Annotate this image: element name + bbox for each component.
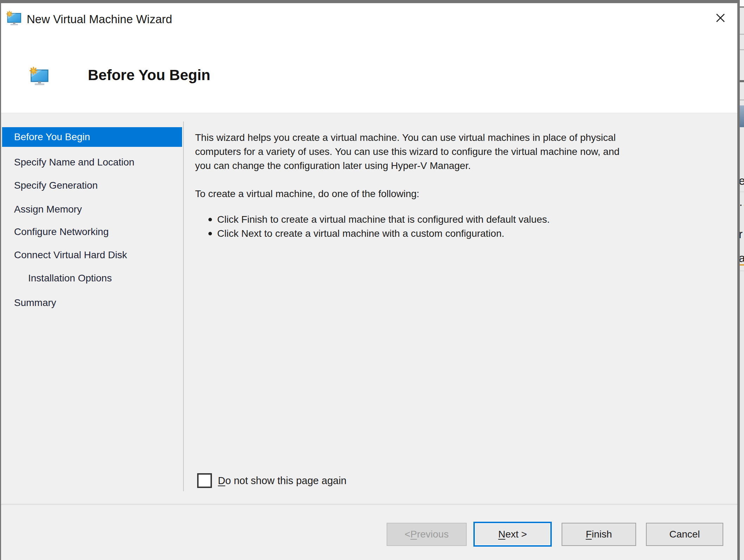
sidebar-step-specify-generation[interactable]: Specify Generation (14, 179, 98, 192)
bullet-text: Click Next to create a virtual machine w… (217, 227, 504, 241)
close-button[interactable] (710, 8, 731, 27)
dialog-border-top (0, 0, 740, 3)
button-text: ext > (505, 529, 527, 540)
background-fragment (740, 99, 744, 100)
vm-monitor-icon (30, 65, 49, 87)
background-fragment (740, 6, 744, 8)
sidebar-step-configure-networking[interactable]: Configure Networking (14, 226, 109, 238)
do-not-show-again-checkbox[interactable] (197, 473, 212, 488)
button-accesskey: F (586, 529, 592, 540)
dialog-border-right (737, 3, 740, 560)
previous-button[interactable]: < Previous (387, 523, 467, 546)
intro-paragraph: This wizard helps you create a virtual m… (195, 131, 715, 173)
background-text-fragment: a (740, 252, 744, 265)
bullet-item: Click Finish to create a virtual machine… (208, 213, 700, 227)
background-fragment (740, 49, 744, 50)
button-text: inish (592, 529, 612, 540)
background-text-fragment: e (740, 174, 744, 188)
instruction-text: To create a virtual machine, do one of t… (195, 187, 715, 201)
sidebar-divider (183, 122, 184, 491)
button-text: Cancel (669, 529, 700, 540)
background-text-fragment: … (740, 195, 744, 209)
sidebar-step-assign-memory[interactable]: Assign Memory (14, 203, 82, 216)
do-not-show-again-label[interactable]: Do not show this page again (218, 475, 347, 487)
sidebar-step-summary[interactable]: Summary (14, 297, 56, 309)
intro-line: you can change the configuration later u… (195, 159, 715, 173)
background-fragment (740, 191, 744, 192)
close-icon (715, 13, 726, 23)
checkbox-accesskey: D (218, 475, 225, 486)
cancel-button[interactable]: Cancel (646, 523, 723, 546)
sidebar-step-installation-options[interactable]: Installation Options (28, 272, 112, 285)
next-button[interactable]: Next > (473, 522, 552, 547)
button-text: revious (417, 529, 448, 540)
bullet-text: Click Finish to create a virtual machine… (217, 213, 550, 227)
sidebar-step-connect-virtual-hard-disk[interactable]: Connect Virtual Hard Disk (14, 249, 127, 261)
page-title: Before You Begin (88, 67, 211, 84)
window-title: New Virtual Machine Wizard (27, 12, 172, 27)
background-fragment (740, 0, 744, 6)
intro-line: This wizard helps you create a virtual m… (195, 131, 715, 145)
do-not-show-again-row: Do not show this page again (197, 473, 347, 488)
background-fragment (740, 80, 744, 82)
finish-button[interactable]: Finish (562, 523, 636, 546)
background-window-strip: e … r a (740, 0, 744, 560)
background-fragment (740, 34, 744, 35)
screen: { "window": { "title": "New Virtual Mach… (0, 0, 744, 560)
checkbox-label-rest: o not show this page again (225, 475, 347, 486)
bullet-list: Click Finish to create a virtual machine… (208, 213, 700, 241)
background-fragment (740, 271, 744, 271)
button-accesskey: N (498, 529, 505, 540)
background-fragment (740, 105, 744, 127)
vm-monitor-icon (6, 10, 22, 26)
intro-line: computers for a variety of uses. You can… (195, 145, 715, 159)
step-label: Before You Begin (14, 131, 90, 143)
background-text-fragment: r (740, 228, 744, 241)
button-accesskey: P (410, 529, 417, 540)
sidebar-step-specify-name-and-location[interactable]: Specify Name and Location (14, 156, 134, 169)
sidebar-step-before-you-begin[interactable]: Before You Begin (2, 127, 182, 147)
button-text: < (405, 529, 410, 540)
bullet-item: Click Next to create a virtual machine w… (208, 227, 700, 241)
